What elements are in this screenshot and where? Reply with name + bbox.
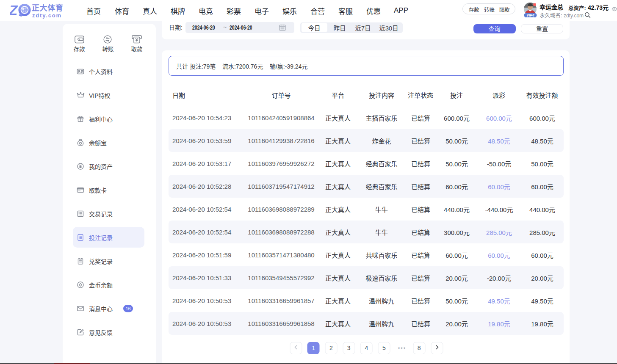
svg-text:Z: Z bbox=[10, 3, 18, 18]
svg-text:正大体育: 正大体育 bbox=[32, 3, 63, 12]
svg-text:VIP4: VIP4 bbox=[526, 13, 534, 17]
svg-text:zdty.com: zdty.com bbox=[32, 12, 62, 19]
